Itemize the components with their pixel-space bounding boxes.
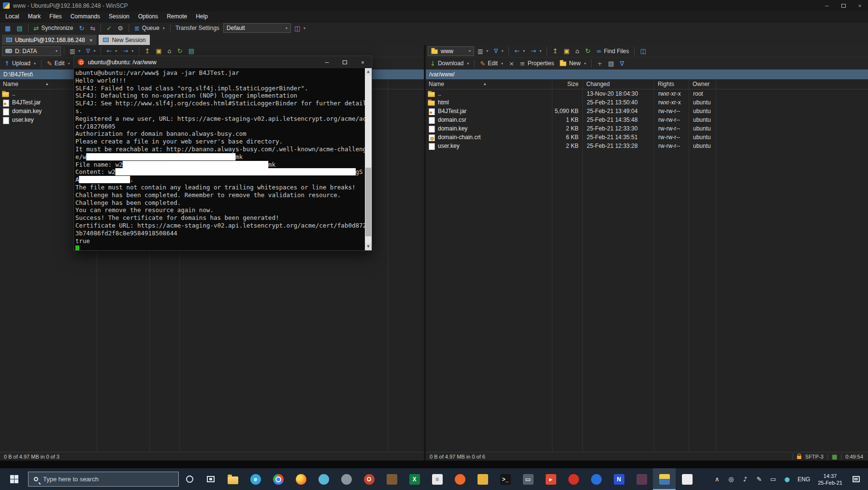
scroll-down-icon[interactable]: ▼	[365, 243, 372, 250]
filter-toggle-button[interactable]: ∇	[618, 58, 627, 69]
app-icon-red[interactable]	[562, 468, 585, 490]
column-header-size[interactable]: Size	[552, 79, 582, 89]
terminal-scrollbar[interactable]: ▲ ▼	[365, 68, 372, 250]
remote-path-bar[interactable]: /var/www/	[426, 70, 868, 79]
download-button[interactable]: ↓ Download ▾	[428, 58, 471, 69]
refresh-session-button[interactable]: ↻	[77, 23, 87, 33]
pen-icon[interactable]: ✎	[752, 476, 766, 483]
volume-icon[interactable]: ♪	[738, 476, 752, 483]
edge-icon[interactable]: e	[244, 468, 267, 490]
column-header-rights[interactable]: Rights	[654, 79, 689, 89]
commander-view-button[interactable]: ▦	[2, 23, 13, 33]
taskbar-search[interactable]: Type here to search	[28, 472, 179, 487]
remote-directory-selector[interactable]: www ▾	[428, 46, 474, 56]
excel-icon[interactable]: X	[403, 468, 426, 490]
menu-item[interactable]: Local	[1, 11, 24, 22]
transfer-settings-select[interactable]: Default ▾	[223, 23, 291, 33]
cmd-icon[interactable]: >_	[494, 468, 517, 490]
remote-drive-menu-button[interactable]: ▥▾	[475, 46, 491, 56]
drive-selector[interactable]: D: DATA ▾	[2, 46, 61, 56]
file-row[interactable]: domain-chain.crt 6 KB 25-Feb-21 14:35:51…	[426, 133, 868, 142]
session-tab-active[interactable]: UbuntuPi@192.168.86.248 ×	[2, 35, 97, 45]
local-open-directory-button[interactable]: ▤	[186, 46, 197, 56]
menu-item[interactable]: Commands	[66, 11, 104, 22]
feedback-icon[interactable]	[676, 468, 698, 490]
preferences-button[interactable]: ⚙	[115, 23, 126, 33]
new-button[interactable]: New ▾	[557, 58, 588, 69]
delete-button[interactable]: ×	[506, 58, 517, 69]
file-row[interactable]: html 25-Feb-21 13:50:40 rwxr-xr-x ubuntu	[426, 98, 868, 107]
panel-layout-button[interactable]: ▤	[14, 23, 25, 33]
column-divider[interactable]	[388, 79, 388, 452]
terminal-maximize-button[interactable]	[336, 56, 354, 68]
find-files-button[interactable]: ∞ Find Files	[594, 46, 632, 56]
app-icon-teal[interactable]	[312, 468, 335, 490]
app-icon-plum[interactable]	[630, 468, 653, 490]
file-row[interactable]: domain.csr 1 KB 25-Feb-21 14:35:48 rw-rw…	[426, 115, 868, 124]
action-center-button[interactable]	[847, 476, 865, 482]
menu-item[interactable]: Session	[104, 11, 134, 22]
local-edit-button[interactable]: ✎ Edit ▾	[44, 58, 72, 69]
app-icon-orange[interactable]	[448, 468, 471, 490]
app-icon-brown[interactable]	[380, 468, 403, 490]
app-icon-gray[interactable]	[335, 468, 358, 490]
winscp-icon[interactable]	[653, 468, 676, 490]
terminal-body[interactable]: ubuntu@ubuntu:/var/www$ java -jar B4JTes…	[74, 68, 372, 250]
commit-button[interactable]: ✓	[104, 23, 114, 33]
hidden-files-button[interactable]: ▤	[606, 58, 616, 69]
new-session-tab[interactable]: New Session	[99, 35, 150, 45]
scroll-up-icon[interactable]: ▲	[365, 68, 372, 75]
file-row[interactable]: B4JTest.jar 5,090 KB 25-Feb-21 13:49:04 …	[426, 107, 868, 115]
remote-root-directory-button[interactable]: ▣	[561, 46, 572, 56]
remote-filter-button[interactable]: ∇▾	[492, 46, 506, 56]
remote-home-directory-button[interactable]: ⌂	[573, 46, 581, 56]
menu-item[interactable]: Options	[134, 11, 162, 22]
remote-refresh-button[interactable]: ↻	[583, 46, 593, 56]
maximize-button[interactable]	[835, 0, 852, 11]
column-header-changed[interactable]: Changed	[582, 79, 654, 89]
app-icon-blue[interactable]	[585, 468, 608, 490]
taskbar-clock[interactable]: 14:37 25-Feb-21	[813, 473, 847, 486]
cortana-button[interactable]	[179, 468, 200, 490]
file-row[interactable]: .. 13-Nov-20 18:04:30 rwxr-xr-x root	[426, 89, 868, 98]
local-home-directory-button[interactable]: ⌂	[165, 46, 174, 56]
task-view-button[interactable]	[200, 468, 221, 490]
add-button[interactable]: +	[594, 58, 605, 69]
local-filter-button[interactable]: ∇▾	[84, 46, 98, 56]
scrollbar-thumb[interactable]	[365, 168, 371, 236]
tray-chevron-up-icon[interactable]: ∧	[710, 476, 724, 483]
start-button[interactable]	[0, 468, 28, 490]
close-button[interactable]: ×	[852, 0, 868, 11]
column-header-name[interactable]: Name ▴	[426, 79, 552, 89]
menu-item[interactable]: Remote	[162, 11, 191, 22]
file-row[interactable]: domain.key 2 KB 25-Feb-21 12:33:30 rw-rw…	[426, 124, 868, 133]
synchronize-button[interactable]: ⇄ Synchronize	[31, 23, 76, 33]
local-drive-menu-button[interactable]: ▥▾	[67, 46, 83, 56]
upload-button[interactable]: ↑ Upload ▾	[2, 58, 38, 69]
terminal-close-button[interactable]: ×	[354, 56, 372, 68]
column-header-owner[interactable]: Owner	[689, 79, 716, 89]
firefox-icon[interactable]	[289, 468, 312, 490]
file-explorer-icon[interactable]	[221, 468, 244, 490]
tray-app-icon[interactable]: ●	[780, 476, 794, 483]
menu-item[interactable]: Mark	[24, 11, 45, 22]
remote-forward-button[interactable]: →▾	[528, 46, 544, 56]
minimize-button[interactable]: ─	[819, 0, 835, 11]
remote-edit-button[interactable]: ✎ Edit ▾	[477, 58, 506, 69]
remote-open-directory-button[interactable]: ◫	[637, 46, 648, 56]
app-icon-navy[interactable]: N	[608, 468, 630, 490]
app-icon-doc[interactable]: ≡	[426, 468, 448, 490]
touch-keyboard-icon[interactable]: ▭	[766, 476, 780, 483]
local-back-button[interactable]: ←▾	[104, 46, 119, 56]
local-forward-button[interactable]: →▾	[120, 46, 136, 56]
transfer-preset-button[interactable]: ◫ ▾	[292, 23, 308, 33]
local-parent-directory-button[interactable]: ↥	[142, 46, 152, 56]
local-refresh-button[interactable]: ↻	[175, 46, 185, 56]
tab-close-icon[interactable]: ×	[89, 37, 92, 43]
chrome-icon[interactable]	[267, 468, 289, 490]
language-indicator[interactable]: ENG	[794, 476, 813, 483]
file-row[interactable]: user.key 2 KB 25-Feb-21 12:33:28 rw-rw-r…	[426, 142, 868, 150]
terminal-title-bar[interactable]: ubuntu@ubuntu: /var/www ─ ×	[74, 56, 372, 68]
properties-button[interactable]: ≡ Properties	[518, 58, 557, 69]
app-icon-gold[interactable]	[471, 468, 494, 490]
